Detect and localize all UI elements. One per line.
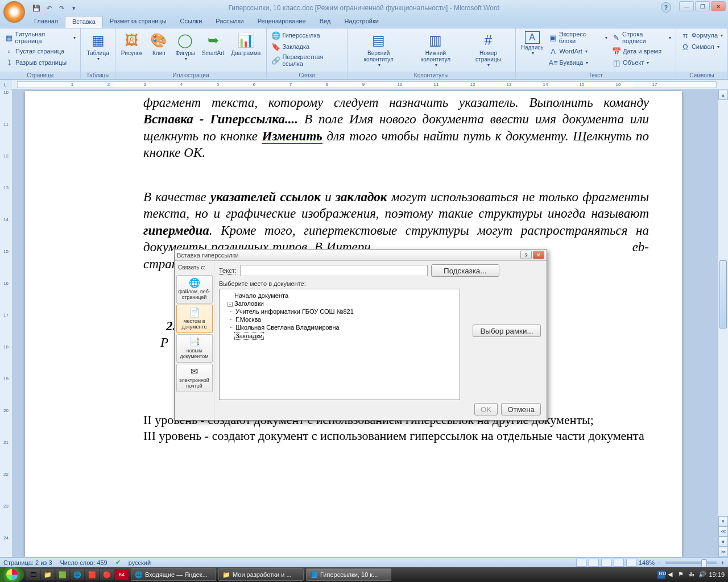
ruler-vertical[interactable]: 101112131415161718192021222324 [0,90,13,557]
equation-button[interactable]: πФормула [680,30,724,40]
crossref-button[interactable]: 🔗Перекрестная ссылка [270,53,344,68]
blank-page-button[interactable]: ▫Пустая страница [3,46,77,56]
linkto-place-button[interactable]: 📄местом в документе [176,305,213,333]
cancel-button[interactable]: Отмена [501,403,541,415]
dialog-help-button[interactable]: ? [520,251,532,259]
tree-headings[interactable]: -Заголовки [228,300,456,307]
tray-volume-icon[interactable]: 🔊 [698,571,706,579]
chart-button[interactable]: 📊Диаграмма [229,30,263,57]
linkto-file-button[interactable]: 🌐файлом, веб-страницей [176,275,213,304]
picture-button[interactable]: 🖼Рисунок [119,30,145,57]
datetime-button[interactable]: 📅Дата и время [611,46,672,56]
taskbar-pin-7[interactable]: 64 [115,569,129,580]
tab-page-layout[interactable]: Разметка страницы [103,16,173,28]
taskbar-task-2[interactable]: 📁Мои разработки и ... [218,568,304,581]
view-full-screen[interactable] [589,559,599,567]
tree-h2[interactable]: Г.Москва [235,315,456,323]
qat-redo[interactable]: ↷ [56,2,67,14]
hyperlink-button[interactable]: 🌐Гиперссылка [270,30,344,40]
tab-selector[interactable]: L [0,80,11,90]
tab-mailings[interactable]: Рассылки [209,16,250,28]
zoom-slider[interactable] [665,562,717,564]
footer-button[interactable]: ▥Нижний колонтитул [409,30,463,69]
view-draft[interactable] [626,559,636,567]
object-button[interactable]: ◫Объект [611,57,672,68]
symbol-button[interactable]: ΩСимвол [680,41,724,52]
tray-lang[interactable]: RU [657,571,665,579]
taskbar-pin-3[interactable]: 🟩 [56,569,69,580]
clip-button[interactable]: 🎨Клип [147,30,171,57]
page-break-button[interactable]: ⤵Разрыв страницы [3,57,77,68]
target-frame-button[interactable]: Выбор рамки... [473,325,541,337]
close-button[interactable]: ✕ [711,1,726,11]
wordart-button[interactable]: AWordArt [548,46,609,56]
textbox-button[interactable]: AНадпись [519,30,545,57]
qat-undo[interactable]: ↶ [43,2,55,14]
tree-bookmarks[interactable]: Закладки [228,331,456,340]
vertical-scrollbar[interactable]: ▴ ▾ ≪ ● ≫ [718,90,728,557]
taskbar-pin-5[interactable]: 🟥 [85,569,99,580]
taskbar-pin-2[interactable]: 📁 [41,569,55,580]
status-words[interactable]: Число слов: 459 [60,559,107,566]
view-web[interactable] [601,559,611,567]
cover-page-button[interactable]: ▦Титульная страница [3,30,77,45]
restore-button[interactable]: ❐ [695,1,710,11]
prev-page-button[interactable]: ≪ [718,526,728,537]
tree-h3[interactable]: Школьная Светлана Владимировна [235,323,456,331]
ruler-horizontal[interactable]: L 1234567891011121314151617 [0,80,728,90]
pagenum-button[interactable]: #Номер страницы [465,30,511,69]
tab-home[interactable]: Главная [27,16,65,28]
qat-customize[interactable]: ▾ [68,2,80,14]
minimize-button[interactable]: — [679,1,694,11]
shapes-button[interactable]: ◯Фигуры [173,30,197,63]
collapse-icon[interactable]: - [228,302,233,307]
sigline-button[interactable]: ✎Строка подписи [611,30,672,45]
taskbar-task-3[interactable]: 📘Гиперссылки, 10 к... [306,568,391,581]
office-button[interactable] [3,1,25,23]
help-button[interactable]: ? [661,2,671,13]
tray-network-icon[interactable]: 🖧 [688,571,696,579]
qat-save[interactable]: 💾 [31,2,42,14]
table-button[interactable]: ▦Таблица [84,30,111,63]
zoom-in-button[interactable]: + [721,559,725,566]
tab-addins[interactable]: Надстройки [338,16,386,28]
tree-h1[interactable]: Учитель информатики ГБОУ СОШ №821 [235,307,456,315]
scroll-thumb[interactable] [719,260,727,329]
tab-view[interactable]: Вид [313,16,338,28]
quickparts-button[interactable]: ▣Экспресс-блоки [548,30,609,45]
view-outline[interactable] [614,559,624,567]
tray-clock[interactable]: 19:19 [709,571,725,578]
taskbar-pin-1[interactable]: 🗔 [26,569,40,580]
linkto-email-button[interactable]: ✉электронной почтой [176,364,213,392]
windows-logo-icon [6,569,18,580]
tray-arrow-icon[interactable]: ◀ [668,571,676,579]
bookmark-button[interactable]: 🔖Закладка [270,41,344,52]
status-page[interactable]: Страница: 2 из 3 [3,559,52,566]
tree-top[interactable]: Начало документа [228,292,456,300]
dropcap-button[interactable]: A≡Буквица [548,57,609,68]
taskbar-task-1[interactable]: 🌐Входящие — Яндек... [131,568,216,581]
place-tree[interactable]: Начало документа -Заголовки Учитель инфо… [219,289,460,400]
scroll-down-button[interactable]: ▾ [718,516,728,526]
next-page-button[interactable]: ≫ [718,547,728,557]
linkto-newdoc-button[interactable]: 📑новым документом [176,334,213,363]
text-input[interactable] [240,265,428,276]
status-language[interactable]: русский [129,559,151,566]
browse-object-button[interactable]: ● [718,537,728,547]
tab-review[interactable]: Рецензирование [251,16,313,28]
tray-flag-icon[interactable]: ⚑ [678,571,686,579]
start-button[interactable] [0,567,24,582]
smartart-button[interactable]: ➥SmartArt [200,30,226,57]
tab-references[interactable]: Ссылки [173,16,209,28]
status-proof-icon[interactable]: ✔ [115,559,121,566]
zoom-out-button[interactable]: − [657,559,660,566]
header-button[interactable]: ▤Верхний колонтитул [351,30,407,69]
taskbar-pin-6[interactable]: 🔴 [100,569,114,580]
taskbar-pin-4[interactable]: 🌐 [71,569,84,580]
scroll-up-button[interactable]: ▴ [718,90,728,100]
tab-insert[interactable]: Вставка [65,16,103,28]
view-print-layout[interactable] [576,559,586,567]
zoom-level[interactable]: 148% [639,559,655,566]
dialog-close-button[interactable]: ✕ [533,251,544,259]
screentip-button[interactable]: Подсказка... [431,264,499,277]
